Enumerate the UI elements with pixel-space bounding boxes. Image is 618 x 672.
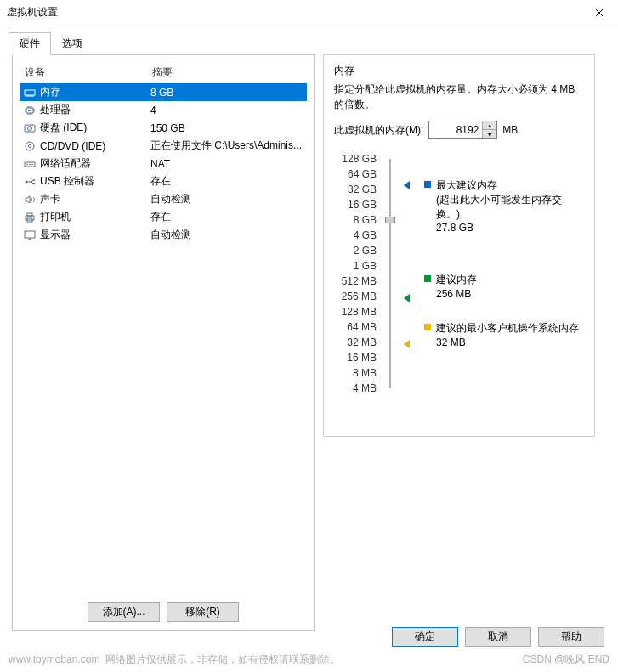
- svg-point-10: [29, 163, 31, 165]
- cpu-icon: [23, 104, 37, 116]
- device-row[interactable]: 处理器4: [20, 101, 307, 119]
- legend-rec-text: 建议内存 256 MB: [436, 273, 477, 302]
- marker-min: [404, 338, 410, 348]
- disc-icon: [23, 140, 37, 152]
- spinner-up[interactable]: ▲: [483, 121, 496, 130]
- legend-min: 建议的最小客户机操作系统内存 32 MB: [424, 321, 579, 350]
- device-summary: 自动检测: [150, 228, 303, 242]
- network-icon: [23, 158, 37, 170]
- device-name: 网络适配器: [40, 156, 91, 171]
- close-button[interactable]: [580, 0, 618, 25]
- slider-tick-label: 2 GB: [334, 243, 377, 258]
- footer-buttons: 确定 取消 帮助: [392, 627, 604, 647]
- device-summary: 存在: [150, 210, 303, 224]
- device-summary: 正在使用文件 C:\Users\Adminis...: [150, 138, 303, 153]
- slider-tick-label: 4 MB: [334, 381, 377, 396]
- memory-icon: [23, 87, 37, 99]
- svg-point-7: [29, 144, 31, 147]
- slider-tick-label: 16 GB: [334, 197, 377, 212]
- memory-input[interactable]: [429, 121, 482, 138]
- window-title: 虚拟机设置: [7, 5, 58, 20]
- legend-min-sq-icon: [424, 324, 431, 330]
- slider-tick-label: 256 MB: [334, 289, 377, 304]
- remove-button[interactable]: 移除(R): [167, 602, 239, 622]
- header-summary: 摘要: [152, 65, 302, 80]
- ok-button[interactable]: 确定: [392, 627, 458, 647]
- device-list-header: 设备 摘要: [20, 62, 307, 83]
- device-name: 打印机: [40, 210, 71, 224]
- memory-unit: MB: [502, 124, 518, 136]
- device-summary: 存在: [150, 174, 303, 189]
- slider-markers: 最大建议内存 (超出此大小可能发生内存交换。) 27.8 GB 建议内存 256…: [404, 151, 584, 396]
- legend-max-text: 最大建议内存 (超出此大小可能发生内存交换。) 27.8 GB: [436, 178, 584, 235]
- legend-rec-sq-icon: [424, 275, 431, 282]
- slider-labels: 128 GB64 GB32 GB16 GB8 GB4 GB2 GB1 GB512…: [334, 151, 377, 396]
- device-name: CD/DVD (IDE): [40, 140, 105, 152]
- device-row[interactable]: 声卡自动检测: [20, 190, 307, 208]
- memory-input-label: 此虚拟机的内存(M):: [334, 123, 423, 138]
- device-row[interactable]: 网络适配器NAT: [20, 155, 307, 172]
- help-button[interactable]: 帮助: [538, 627, 604, 647]
- slider-track-wrap[interactable]: [383, 151, 397, 396]
- device-name: 处理器: [40, 103, 71, 117]
- slider-tick-label: 8 GB: [334, 212, 377, 228]
- svg-rect-16: [27, 213, 32, 216]
- add-button[interactable]: 添加(A)...: [88, 602, 160, 622]
- tab-hardware[interactable]: 硬件: [9, 32, 51, 55]
- spinner-down[interactable]: ▼: [483, 130, 496, 138]
- memory-slider-area: 128 GB64 GB32 GB16 GB8 GB4 GB2 GB1 GB512…: [334, 151, 584, 396]
- svg-rect-18: [25, 231, 35, 238]
- sound-icon: [23, 194, 37, 206]
- marker-max-icon: [404, 181, 410, 189]
- slider-track: [389, 159, 391, 388]
- svg-point-6: [26, 142, 34, 150]
- slider-thumb[interactable]: [385, 217, 395, 223]
- svg-rect-2: [28, 110, 31, 111]
- cancel-button[interactable]: 取消: [465, 627, 531, 647]
- device-summary: 8 GB: [150, 87, 303, 99]
- memory-spinner[interactable]: ▲ ▼: [428, 121, 497, 139]
- slider-tick-label: 8 MB: [334, 365, 377, 381]
- svg-rect-0: [25, 90, 35, 95]
- device-row[interactable]: 硬盘 (IDE)150 GB: [20, 119, 307, 137]
- device-row[interactable]: 显示器自动检测: [20, 226, 307, 244]
- device-button-row: 添加(A)... 移除(R): [20, 597, 307, 624]
- slider-tick-label: 64 GB: [334, 167, 377, 182]
- device-summary: 4: [150, 104, 303, 116]
- device-summary: NAT: [150, 158, 303, 170]
- slider-tick-label: 512 MB: [334, 274, 377, 289]
- content-area: 设备 摘要 内存8 GB处理器4硬盘 (IDE)150 GBCD/DVD (ID…: [0, 55, 618, 640]
- tab-options[interactable]: 选项: [51, 32, 94, 55]
- svg-point-5: [30, 127, 31, 128]
- memory-title: 内存: [334, 64, 584, 78]
- marker-max: [404, 179, 410, 189]
- memory-input-row: 此虚拟机的内存(M): ▲ ▼ MB: [334, 121, 584, 139]
- device-name: 声卡: [40, 192, 60, 206]
- svg-rect-14: [33, 183, 35, 184]
- header-device: 设备: [25, 65, 152, 80]
- display-icon: [23, 229, 37, 241]
- device-summary: 自动检测: [150, 192, 303, 206]
- memory-desc: 指定分配给此虚拟机的内存量。内存大小必须为 4 MB 的倍数。: [334, 82, 584, 112]
- legend-max-sq-icon: [424, 181, 431, 188]
- slider-tick-label: 1 GB: [334, 258, 377, 274]
- device-list: 设备 摘要 内存8 GB处理器4硬盘 (IDE)150 GBCD/DVD (ID…: [20, 62, 307, 597]
- device-row[interactable]: USB 控制器存在: [20, 172, 307, 190]
- slider-tick-label: 16 MB: [334, 350, 377, 365]
- slider-tick-label: 32 GB: [334, 182, 377, 197]
- legend-max: 最大建议内存 (超出此大小可能发生内存交换。) 27.8 GB: [424, 178, 584, 235]
- titlebar: 虚拟机设置: [0, 0, 618, 25]
- slider-tick-label: 128 GB: [334, 151, 377, 167]
- device-row[interactable]: 内存8 GB: [20, 83, 307, 101]
- marker-recommended: [404, 292, 410, 302]
- close-icon: [595, 8, 604, 17]
- device-name: USB 控制器: [40, 174, 94, 189]
- svg-point-11: [31, 163, 33, 165]
- slider-tick-label: 128 MB: [334, 304, 377, 319]
- legend-min-text: 建议的最小客户机操作系统内存 32 MB: [436, 321, 579, 350]
- device-row[interactable]: CD/DVD (IDE)正在使用文件 C:\Users\Adminis...: [20, 137, 307, 155]
- device-panel: 设备 摘要 内存8 GB处理器4硬盘 (IDE)150 GBCD/DVD (ID…: [12, 54, 315, 631]
- device-row[interactable]: 打印机存在: [20, 208, 307, 226]
- device-name: 硬盘 (IDE): [40, 121, 87, 135]
- hdd-icon: [23, 122, 37, 134]
